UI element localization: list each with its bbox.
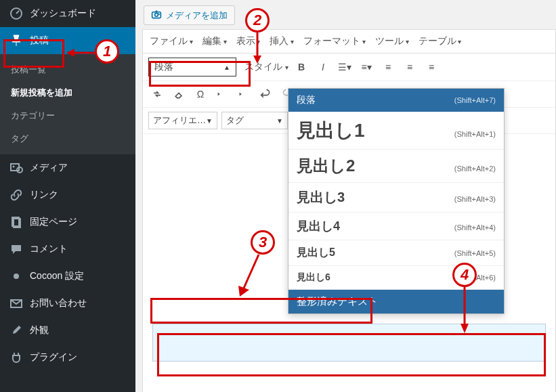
- sidebar-item-pages[interactable]: 固定ページ: [0, 209, 135, 236]
- tag-label: タグ: [226, 114, 244, 127]
- outdent-button[interactable]: [213, 85, 231, 103]
- link-icon: [9, 188, 23, 202]
- dropdown-h5-label: 見出し5: [297, 246, 335, 260]
- dropdown-item-h6[interactable]: 見出し6 (Shift+Alt+6): [288, 266, 504, 290]
- sidebar-item-media[interactable]: メディア: [0, 154, 135, 181]
- dropdown-h6-shortcut: (Shift+Alt+6): [454, 274, 496, 282]
- brush-icon: [9, 324, 23, 337]
- sidebar-cocoon-label: Cocoon 設定: [30, 270, 84, 282]
- dropdown-item-h1[interactable]: 見出し1 (Shift+Alt+1): [288, 112, 504, 150]
- sidebar-plugins-label: プラグイン: [30, 351, 77, 364]
- tag-dropdown[interactable]: タグ ▼: [221, 112, 288, 129]
- chevron-down-icon: ▼: [276, 117, 283, 125]
- replace-button[interactable]: [148, 85, 166, 103]
- format-select[interactable]: 段落 ▲: [148, 58, 236, 77]
- main-content: メディアを追加 ファイル 編集 表示 挿入 フォーマット ツール テーブル 段落…: [135, 0, 556, 392]
- affiliate-dropdown[interactable]: アフィリエ… ▼: [148, 112, 217, 129]
- pin-icon: [9, 34, 23, 47]
- sidebar-item-posts[interactable]: 投稿: [0, 27, 135, 54]
- menu-view[interactable]: 表示: [236, 35, 261, 47]
- sidebar-appearance-label: 外観: [30, 324, 49, 336]
- bold-button[interactable]: B: [293, 58, 310, 76]
- cocoon-icon: [9, 269, 23, 283]
- dropdown-h4-label: 見出し4: [297, 218, 340, 234]
- dropdown-item-h3[interactable]: 見出し3 (Shift+Alt+3): [288, 183, 504, 213]
- menu-tool[interactable]: ツール: [375, 35, 409, 47]
- format-select-label: 段落: [154, 61, 173, 73]
- toolbar-row-1: 段落 ▲ スタイル ▾ B I ☰▾ ≡▾ ≡ ≡ ≡: [143, 53, 555, 81]
- dropdown-h6-label: 見出し6: [297, 271, 330, 284]
- dashboard-icon: [9, 7, 23, 20]
- undo-button[interactable]: [257, 85, 274, 103]
- omega-button[interactable]: Ω: [192, 85, 209, 103]
- sidebar-item-appearance[interactable]: 外観: [0, 317, 135, 344]
- editor-body[interactable]: [143, 324, 555, 392]
- align-center-button[interactable]: ≡: [401, 58, 419, 76]
- dropdown-h2-shortcut: (Shift+Alt+2): [454, 165, 496, 173]
- dropdown-h3-shortcut: (Shift+Alt+3): [454, 195, 496, 203]
- sidebar-posts-label: 投稿: [30, 35, 49, 47]
- editor-menubar: ファイル 編集 表示 挿入 フォーマット ツール テーブル: [143, 30, 555, 53]
- add-media-button[interactable]: メディアを追加: [144, 5, 235, 25]
- affiliate-label: アフィリエ…: [153, 114, 206, 127]
- media-icon: [9, 161, 23, 175]
- menu-insert[interactable]: 挿入: [270, 35, 294, 47]
- sidebar-comments-label: コメント: [30, 243, 68, 255]
- sidebar-item-cocoon[interactable]: Cocoon 設定: [0, 263, 135, 290]
- dropdown-item-h4[interactable]: 見出し4 (Shift+Alt+4): [288, 213, 504, 240]
- eraser-button[interactable]: [170, 85, 188, 103]
- dropdown-h1-label: 見出し1: [297, 118, 365, 144]
- svg-point-6: [14, 274, 19, 279]
- dropdown-item-preformatted[interactable]: 整形済みテキスト: [288, 290, 504, 313]
- menu-edit[interactable]: 編集: [202, 35, 227, 47]
- chevron-down-icon: ▾: [285, 64, 288, 71]
- sidebar-item-plugins[interactable]: プラグイン: [0, 344, 135, 371]
- svg-point-9: [155, 13, 158, 16]
- dropdown-pre-label: 整形済みテキスト: [297, 295, 378, 308]
- style-select-label: スタイル: [244, 61, 282, 73]
- sidebar-sub-tag[interactable]: タグ: [0, 127, 135, 150]
- bullet-list-button[interactable]: ☰▾: [336, 58, 354, 76]
- italic-button[interactable]: I: [314, 58, 332, 76]
- sidebar-link-label: リンク: [30, 189, 58, 201]
- format-select-arrow-icon: ▲: [223, 64, 230, 71]
- mail-icon: [9, 297, 23, 310]
- dropdown-h1-shortcut: (Shift+Alt+1): [454, 130, 496, 138]
- dropdown-paragraph-shortcut: (Shift+Alt+7): [454, 96, 496, 104]
- dropdown-h4-shortcut: (Shift+Alt+4): [454, 223, 496, 232]
- sidebar-item-contact[interactable]: お問い合わせ: [0, 290, 135, 317]
- sidebar-item-comments[interactable]: コメント: [0, 236, 135, 263]
- align-right-button[interactable]: ≡: [423, 58, 440, 76]
- svg-point-2: [13, 166, 15, 168]
- dropdown-item-h2[interactable]: 見出し2 (Shift+Alt+2): [288, 150, 504, 183]
- sidebar-sub-category[interactable]: カテゴリー: [0, 104, 135, 127]
- sidebar-media-label: メディア: [30, 162, 68, 174]
- sidebar-sub-add[interactable]: 新規投稿を追加: [0, 81, 135, 104]
- dropdown-item-h5[interactable]: 見出し5 (Shift+Alt+5): [288, 240, 504, 266]
- dropdown-h5-shortcut: (Shift+Alt+5): [454, 249, 496, 257]
- dropdown-h2-label: 見出し2: [297, 155, 355, 177]
- plugin-icon: [9, 351, 23, 364]
- sidebar-dashboard-label: ダッシュボード: [30, 7, 96, 20]
- admin-sidebar: ダッシュボード 投稿 投稿一覧 新規投稿を追加 カテゴリー タグ メディア リン…: [0, 0, 135, 392]
- menu-file[interactable]: ファイル: [150, 35, 193, 47]
- sidebar-pages-label: 固定ページ: [30, 216, 77, 228]
- dropdown-paragraph-label: 段落: [297, 94, 316, 106]
- pages-icon: [9, 215, 23, 229]
- dropdown-h3-label: 見出し3: [297, 188, 345, 206]
- indent-button[interactable]: [235, 85, 253, 103]
- sidebar-item-dashboard[interactable]: ダッシュボード: [0, 0, 135, 27]
- sidebar-item-link[interactable]: リンク: [0, 181, 135, 209]
- dropdown-item-paragraph[interactable]: 段落 (Shift+Alt+7): [288, 89, 504, 112]
- chevron-down-icon: ▼: [206, 117, 213, 125]
- sidebar-contact-label: お問い合わせ: [30, 297, 87, 309]
- style-select[interactable]: スタイル ▾: [244, 61, 288, 73]
- menu-table[interactable]: テーブル: [419, 35, 462, 47]
- align-left-button[interactable]: ≡: [379, 58, 397, 76]
- posts-submenu: 投稿一覧 新規投稿を追加 カテゴリー タグ: [0, 54, 135, 154]
- sidebar-sub-all[interactable]: 投稿一覧: [0, 58, 135, 81]
- menu-format[interactable]: フォーマット: [303, 35, 366, 47]
- number-list-button[interactable]: ≡▾: [358, 58, 375, 76]
- comment-icon: [9, 242, 23, 256]
- preformatted-block[interactable]: [152, 324, 546, 362]
